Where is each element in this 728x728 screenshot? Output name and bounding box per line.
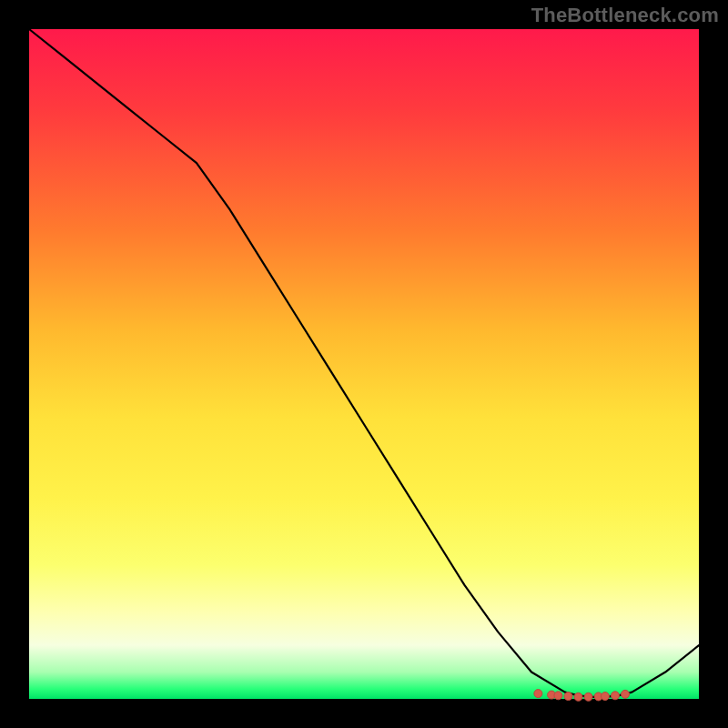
trough-markers [534,690,630,702]
bottleneck-curve [29,29,699,697]
trough-marker [622,690,630,698]
trough-marker [601,693,609,701]
trough-marker [584,693,592,701]
plot-svg [29,29,699,699]
trough-marker [564,693,572,701]
trough-marker [574,693,582,701]
plot-area [29,29,699,699]
trough-marker [554,692,562,700]
watermark-text: TheBottleneck.com [531,4,719,27]
trough-marker [534,690,542,698]
trough-marker [612,692,620,700]
chart-frame: TheBottleneck.com [0,0,728,728]
